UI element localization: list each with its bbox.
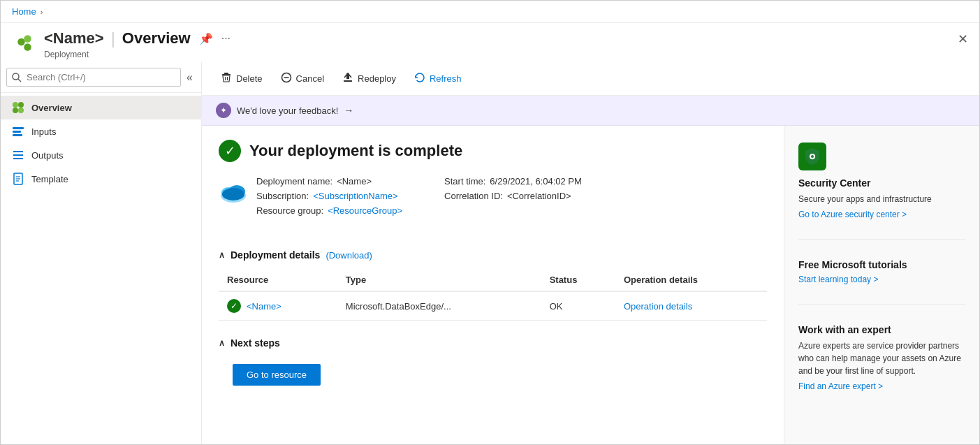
svg-point-4 [24, 43, 31, 51]
security-center-description: Secure your apps and infrastructure [798, 193, 965, 205]
tutorials-title: Free Microsoft tutorials [798, 259, 965, 270]
cancel-icon [281, 72, 292, 85]
svg-point-3 [24, 35, 31, 43]
deployment-complete-icon: ✓ [219, 140, 241, 162]
toolbar: Delete Cancel [202, 62, 979, 96]
feedback-banner[interactable]: ✦ We'd love your feedback! → [202, 96, 979, 126]
security-center-title: Security Center [798, 177, 965, 189]
subscription-label: Subscription: [256, 191, 309, 201]
deployment-name-label: Deployment name: [256, 176, 332, 187]
deployment-complete-title: Your deployment is complete [249, 142, 462, 160]
header-title-block: <Name> | Overview 📌 ··· Deployment [44, 29, 231, 59]
expert-link[interactable]: Find an Azure expert > [798, 381, 965, 391]
pin-icon[interactable]: 📌 [199, 32, 213, 45]
redeploy-button[interactable]: Redeploy [335, 68, 404, 89]
template-icon [12, 173, 24, 185]
security-center-icon-row [798, 143, 965, 170]
meta-left: Deployment name: <Name> Subscription: <S… [256, 176, 402, 216]
deployment-details-header[interactable]: ∧ Deployment details (Download) [219, 249, 767, 261]
svg-point-30 [222, 188, 244, 200]
start-time-value: 6/29/2021, 6:04:02 PM [490, 176, 582, 187]
subscription-value[interactable]: <SubscriptionName> [313, 191, 397, 201]
security-shield-icon [798, 143, 826, 170]
next-steps-title: Next steps [231, 337, 280, 349]
delete-button[interactable]: Delete [213, 68, 270, 89]
close-button[interactable]: ✕ [958, 31, 968, 47]
inputs-icon [12, 125, 24, 138]
svg-point-2 [17, 38, 25, 46]
meta-right: Start time: 6/29/2021, 6:04:02 PM Correl… [444, 176, 582, 201]
search-input[interactable] [6, 68, 181, 87]
content-area: Delete Cancel [202, 62, 979, 444]
sidebar-item-outputs[interactable]: Outputs [1, 143, 201, 167]
table-header-resource: Resource [219, 269, 337, 291]
delete-label: Delete [236, 73, 263, 84]
cloud-icon [219, 179, 248, 206]
breadcrumb-home[interactable]: Home [12, 6, 36, 17]
next-steps-section: ∧ Next steps Go to resource [219, 337, 767, 386]
meta-subscription-row: Subscription: <SubscriptionName> [256, 191, 402, 201]
header-name-tag: <Name> [44, 29, 104, 48]
feedback-arrow: → [344, 105, 353, 116]
rp-expert: Work with an expert Azure experts are se… [798, 324, 965, 391]
refresh-button[interactable]: Refresh [407, 68, 469, 89]
sidebar-item-template[interactable]: Template [1, 167, 201, 191]
resource-group-value[interactable]: <ResourceGroup> [328, 205, 402, 216]
download-link[interactable]: (Download) [326, 250, 372, 261]
svg-rect-9 [13, 127, 24, 129]
tutorials-link[interactable]: Start learning today > [798, 275, 965, 284]
start-time-label: Start time: [444, 176, 485, 187]
svg-point-32 [811, 155, 814, 158]
table-cell-type: Microsoft.DataBoxEdge/... [337, 291, 541, 321]
meta-resource-group-row: Resource group: <ResourceGroup> [256, 205, 402, 216]
sidebar-collapse-button[interactable]: « [184, 68, 196, 87]
svg-rect-19 [224, 73, 228, 74]
sidebar-item-inputs[interactable]: Inputs [1, 119, 201, 143]
rp-divider-2 [798, 304, 965, 305]
more-options-icon[interactable]: ··· [221, 32, 231, 45]
deployment-name-value: <Name> [337, 176, 372, 187]
header-subtitle: Deployment [44, 50, 231, 59]
feedback-text: We'd love your feedback! [237, 105, 338, 116]
sidebar-item-template-label: Template [31, 174, 68, 184]
expert-title: Work with an expert [798, 324, 965, 335]
header-overview-title: Overview [122, 29, 191, 48]
cancel-button[interactable]: Cancel [273, 68, 332, 89]
sidebar-item-overview[interactable]: Overview [1, 96, 201, 119]
table-cell-status: OK [541, 291, 615, 321]
correlation-id-value: <CorrelationID> [507, 191, 571, 201]
svg-rect-11 [13, 134, 22, 136]
resource-name-link[interactable]: <Name> [247, 301, 281, 312]
svg-rect-10 [13, 131, 21, 133]
deployment-meta: Deployment name: <Name> Subscription: <S… [256, 176, 582, 216]
redeploy-label: Redeploy [358, 73, 396, 84]
svg-rect-20 [222, 74, 231, 75]
expert-description: Azure experts are service provider partn… [798, 340, 965, 377]
azure-logo-icon [12, 31, 37, 57]
correlation-id-label: Correlation ID: [444, 191, 503, 201]
svg-point-6 [18, 102, 24, 108]
operation-details-link[interactable]: Operation details [624, 301, 692, 312]
table-row: ✓ <Name> Microsoft.DataBoxEdge/... OK Op… [219, 291, 767, 321]
rp-tutorials: Free Microsoft tutorials Start learning … [798, 259, 965, 284]
deployment-details-title: Deployment details [231, 249, 320, 261]
right-panel: Security Center Secure your apps and inf… [784, 126, 979, 444]
outputs-icon [12, 149, 24, 161]
svg-point-8 [18, 108, 24, 113]
meta-start-time-row: Start time: 6/29/2021, 6:04:02 PM [444, 176, 582, 187]
feedback-icon: ✦ [216, 103, 231, 118]
resource-group-label: Resource group: [256, 205, 323, 216]
security-center-link[interactable]: Go to Azure security center > [798, 210, 965, 219]
next-steps-chevron-icon: ∧ [219, 338, 225, 348]
deployment-panel: ✓ Your deployment is complete [202, 126, 784, 444]
table-header-type: Type [337, 269, 541, 291]
delete-icon [221, 72, 232, 85]
go-to-resource-button[interactable]: Go to resource [233, 364, 321, 386]
table-cell-resource: ✓ <Name> [219, 291, 337, 321]
deployment-complete-row: ✓ Your deployment is complete [219, 140, 767, 162]
header-separator: | [111, 29, 115, 48]
svg-point-5 [13, 102, 18, 108]
header: <Name> | Overview 📌 ··· Deployment ✕ [1, 23, 979, 62]
meta-correlation-id-row: Correlation ID: <CorrelationID> [444, 191, 582, 201]
row-check-icon: ✓ [227, 299, 241, 313]
